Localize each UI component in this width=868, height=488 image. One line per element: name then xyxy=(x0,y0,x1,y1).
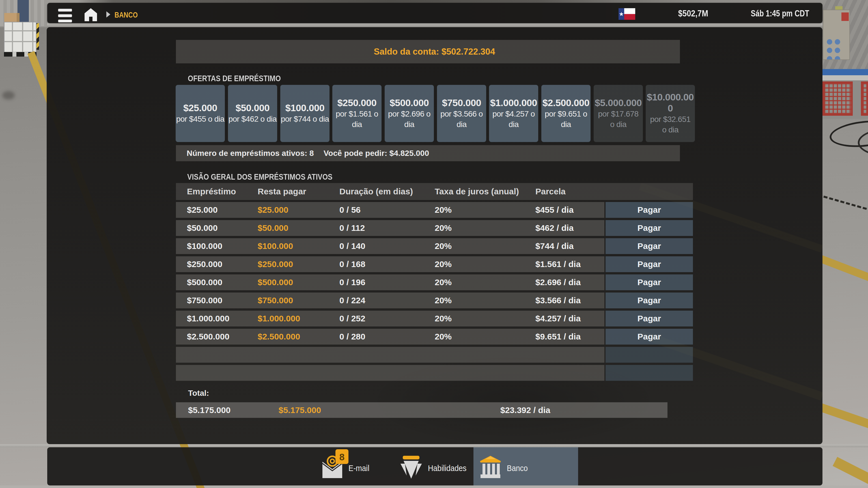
svg-text:8: 8 xyxy=(339,452,344,462)
